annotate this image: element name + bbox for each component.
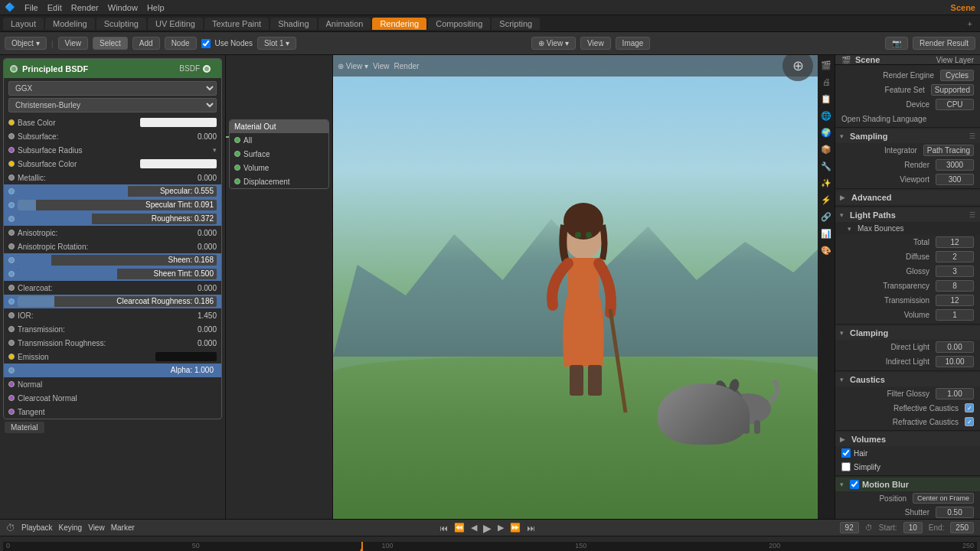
material-tab-label[interactable]: Material xyxy=(5,422,44,433)
emission-row[interactable]: Emission xyxy=(4,350,221,364)
material-properties-icon[interactable]: 🎨 xyxy=(819,243,833,257)
viewport-render-btn[interactable]: Render xyxy=(394,62,420,70)
viewport[interactable]: ⊕ View ▾ View Render ⊕ xyxy=(333,55,818,519)
tab-modeling[interactable]: Modeling xyxy=(45,18,95,30)
clearcoat-row[interactable]: Clearcoat: 0.000 xyxy=(4,281,221,295)
clearcoat-normal-row[interactable]: Clearcoat Normal xyxy=(4,391,221,405)
render-properties-icon[interactable]: 🎬 xyxy=(819,58,833,72)
tab-scripting[interactable]: Scripting xyxy=(492,18,540,30)
tab-texture-paint[interactable]: Texture Paint xyxy=(204,18,269,30)
prev-keyframe-btn[interactable]: ⏪ xyxy=(454,523,465,533)
tab-shading[interactable]: Shading xyxy=(270,18,316,30)
world-properties-icon[interactable]: 🌍 xyxy=(819,126,833,139)
render-result-icon[interactable]: 📷 xyxy=(885,37,908,50)
roughness-bar[interactable]: Roughness: 0.372 xyxy=(18,214,217,224)
reflective-caustics-checkbox[interactable]: ✓ xyxy=(965,403,974,412)
viewport-samples-value[interactable]: 300 xyxy=(936,174,974,185)
sampling-section-header[interactable]: ▾ Sampling ☰ xyxy=(835,129,980,143)
add-workspace-btn[interactable]: + xyxy=(963,19,977,28)
specular-row[interactable]: Specular: 0.555 xyxy=(4,184,221,198)
specular-tint-row[interactable]: Specular Tint: 0.091 xyxy=(4,198,221,212)
marker-menu-btn[interactable]: Marker xyxy=(111,523,135,532)
render-engine-value[interactable]: Cycles xyxy=(940,70,974,81)
object-mode-btn[interactable]: Object ▾ xyxy=(5,37,47,50)
direct-light-value[interactable]: 0.00 xyxy=(936,341,974,353)
slot-btn[interactable]: Slot 1 ▾ xyxy=(257,37,296,50)
menu-file[interactable]: File xyxy=(24,3,38,12)
node-menu-btn[interactable]: Node xyxy=(165,37,197,50)
output-properties-icon[interactable]: 🖨 xyxy=(819,75,833,89)
tab-compositing[interactable]: Compositing xyxy=(428,18,490,30)
constraints-properties-icon[interactable]: 🔗 xyxy=(819,210,833,223)
transmission-bounces-value[interactable]: 12 xyxy=(936,295,974,306)
subsurface-row[interactable]: Subsurface: 0.000 xyxy=(4,129,221,143)
specular-bar[interactable]: Specular: 0.555 xyxy=(18,186,217,197)
mat-out-displacement[interactable]: Displacement xyxy=(230,174,328,188)
end-value[interactable]: 250 xyxy=(950,522,974,533)
select-menu-btn[interactable]: Select xyxy=(93,37,128,50)
menu-edit[interactable]: Edit xyxy=(47,3,62,12)
transparency-value[interactable]: 8 xyxy=(936,280,974,292)
subsurface-select[interactable]: Christensen-Burley Random Walk xyxy=(8,98,217,112)
hair-checkbox[interactable] xyxy=(841,448,851,458)
view-layer-icon[interactable]: 📋 xyxy=(819,92,833,106)
indirect-light-value[interactable]: 10.00 xyxy=(936,356,974,367)
scene-properties-icon[interactable]: 🌐 xyxy=(819,109,833,122)
start-value[interactable]: 10 xyxy=(903,522,923,533)
use-nodes-checkbox[interactable] xyxy=(201,39,211,48)
simplify-checkbox[interactable] xyxy=(841,462,851,471)
modifier-properties-icon[interactable]: 🔧 xyxy=(819,159,833,173)
distribution-select[interactable]: GGX Multiscatter GGX xyxy=(8,81,217,96)
next-keyframe-btn[interactable]: ⏩ xyxy=(510,523,521,533)
caustics-section-header[interactable]: ▾ Caustics xyxy=(835,373,980,386)
tab-uv-editing[interactable]: UV Editing xyxy=(148,18,203,30)
subsurface-radius-row[interactable]: Subsurface Radius ▾ xyxy=(4,143,221,157)
play-btn[interactable]: ▶ xyxy=(483,522,492,534)
advanced-section-header[interactable]: ▶ Advanced xyxy=(835,191,980,204)
light-paths-section-header[interactable]: ▾ Light Paths ☰ xyxy=(835,208,980,222)
base-color-row[interactable]: Base Color xyxy=(4,116,221,129)
max-bounces-section-header[interactable]: ▾ Max Bounces xyxy=(835,222,980,235)
menu-render[interactable]: Render xyxy=(71,3,99,12)
shutter-value[interactable]: 0.50 xyxy=(936,507,974,518)
data-properties-icon[interactable]: 📊 xyxy=(819,227,833,240)
normal-row[interactable]: Normal xyxy=(4,377,221,391)
transmission-row[interactable]: Transmission: 0.000 xyxy=(4,322,221,336)
jump-end-btn[interactable]: ⏭ xyxy=(527,523,535,533)
volume-bounces-value[interactable]: 1 xyxy=(936,309,974,321)
menu-window[interactable]: Window xyxy=(108,3,138,12)
mat-out-all[interactable]: All xyxy=(230,133,328,147)
sheen-tint-bar[interactable]: Sheen Tint: 0.500 xyxy=(18,269,217,279)
emission-swatch[interactable] xyxy=(155,352,217,361)
particles-properties-icon[interactable]: ✨ xyxy=(819,176,833,190)
physics-properties-icon[interactable]: ⚡ xyxy=(819,193,833,207)
view-menu-btn[interactable]: View xyxy=(58,37,89,50)
sheen-row[interactable]: Sheen: 0.168 xyxy=(4,253,221,267)
motion-blur-enabled-checkbox[interactable] xyxy=(850,480,859,489)
node-editor[interactable]: Principled BSDF BSDF GGX Multiscatter GG… xyxy=(0,55,225,519)
view-menu-btn[interactable]: View xyxy=(88,523,105,532)
alpha-bar[interactable]: Alpha: 1.000 xyxy=(18,365,217,376)
view4-btn[interactable]: View xyxy=(580,37,611,50)
specular-tint-bar[interactable]: Specular Tint: 0.091 xyxy=(18,200,217,210)
diffuse-value[interactable]: 2 xyxy=(936,251,974,262)
menu-help[interactable]: Help xyxy=(147,3,165,12)
image-btn[interactable]: Image xyxy=(616,37,651,50)
add-menu-btn[interactable]: Add xyxy=(132,37,160,50)
alpha-row[interactable]: Alpha: 1.000 xyxy=(4,364,221,377)
metallic-row[interactable]: Metallic: 0.000 xyxy=(4,171,221,184)
feature-set-value[interactable]: Supported xyxy=(931,84,974,96)
base-color-swatch[interactable] xyxy=(140,118,217,127)
view3-btn[interactable]: ⊕ View ▾ xyxy=(531,37,576,50)
render-samples-value[interactable]: 3000 xyxy=(936,159,974,171)
subsurface-color-swatch[interactable] xyxy=(140,159,217,168)
sheen-bar[interactable]: Sheen: 0.168 xyxy=(18,255,217,266)
motion-blur-section-header[interactable]: ▾ Motion Blur xyxy=(835,478,980,491)
tab-rendering[interactable]: Rendering xyxy=(372,18,426,30)
device-value[interactable]: CPU xyxy=(936,99,974,110)
volumes-section-header[interactable]: ▶ Volumes xyxy=(835,432,980,446)
clearcoat-roughness-bar[interactable]: Clearcoat Roughness: 0.186 xyxy=(18,296,217,307)
mat-out-volume[interactable]: Volume xyxy=(230,161,328,174)
anisotropic-row[interactable]: Anisotropic: 0.000 xyxy=(4,226,221,240)
keying-menu-btn[interactable]: Keying xyxy=(59,523,83,532)
